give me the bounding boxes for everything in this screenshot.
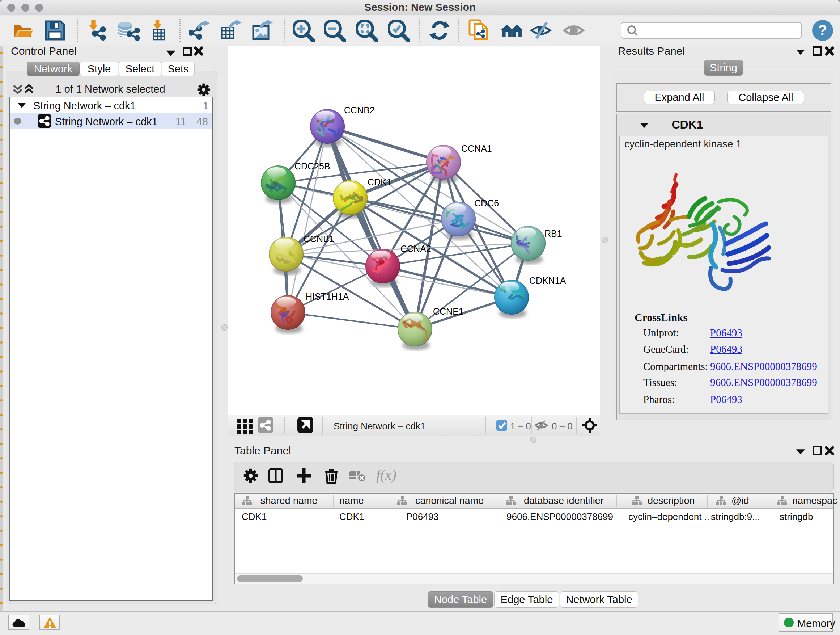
svg-text:CCNB1: CCNB1	[303, 234, 334, 244]
svg-text:CCNA1: CCNA1	[461, 143, 492, 154]
svg-text:HIST1H1A: HIST1H1A	[306, 291, 349, 302]
svg-text:CCNE1: CCNE1	[433, 306, 464, 317]
svg-text:CCNB2: CCNB2	[344, 105, 375, 115]
svg-text:CDKN1A: CDKN1A	[529, 276, 566, 286]
svg-text:CDC25B: CDC25B	[294, 161, 330, 171]
svg-text:CDC6: CDC6	[474, 198, 499, 208]
svg-text:RB1: RB1	[545, 228, 562, 239]
svg-text:CDK1: CDK1	[368, 177, 392, 187]
svg-text:CCNA2: CCNA2	[401, 244, 431, 254]
